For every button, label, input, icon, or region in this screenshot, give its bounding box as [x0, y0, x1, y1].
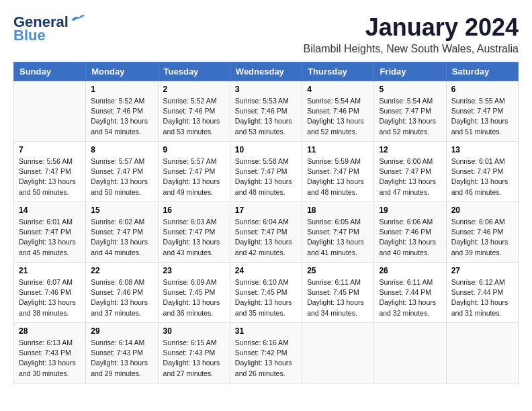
day-number: 31	[235, 326, 297, 336]
header-cell-sunday: Sunday	[14, 62, 86, 81]
header-cell-wednesday: Wednesday	[230, 62, 302, 81]
calendar-cell: 10Sunrise: 5:58 AMSunset: 7:47 PMDayligh…	[230, 142, 302, 202]
header-cell-friday: Friday	[374, 62, 446, 81]
calendar-cell: 22Sunrise: 6:08 AMSunset: 7:46 PMDayligh…	[86, 263, 158, 323]
week-row-2: 7Sunrise: 5:56 AMSunset: 7:47 PMDaylight…	[14, 142, 519, 202]
calendar-cell: 2Sunrise: 5:52 AMSunset: 7:46 PMDaylight…	[158, 81, 230, 142]
calendar-cell: 20Sunrise: 6:06 AMSunset: 7:46 PMDayligh…	[446, 202, 518, 263]
day-number: 20	[451, 205, 513, 215]
day-info: Sunrise: 5:53 AMSunset: 7:46 PMDaylight:…	[235, 96, 297, 137]
day-number: 2	[163, 85, 225, 94]
day-number: 9	[163, 145, 225, 154]
calendar-cell: 23Sunrise: 6:09 AMSunset: 7:45 PMDayligh…	[158, 263, 230, 323]
day-info: Sunrise: 6:08 AMSunset: 7:46 PMDaylight:…	[91, 277, 152, 318]
day-info: Sunrise: 5:59 AMSunset: 7:47 PMDaylight:…	[307, 156, 369, 197]
day-info: Sunrise: 5:57 AMSunset: 7:47 PMDaylight:…	[163, 156, 225, 197]
day-number: 11	[307, 145, 369, 154]
calendar-cell: 17Sunrise: 6:04 AMSunset: 7:47 PMDayligh…	[230, 202, 302, 263]
month-year-title: January 2024	[304, 13, 519, 42]
day-info: Sunrise: 5:52 AMSunset: 7:46 PMDaylight:…	[91, 96, 152, 137]
calendar-cell: 27Sunrise: 6:12 AMSunset: 7:44 PMDayligh…	[446, 263, 518, 323]
day-info: Sunrise: 6:00 AMSunset: 7:47 PMDaylight:…	[379, 156, 441, 197]
header-cell-tuesday: Tuesday	[158, 62, 230, 81]
calendar-cell: 4Sunrise: 5:54 AMSunset: 7:46 PMDaylight…	[302, 81, 374, 142]
day-info: Sunrise: 6:03 AMSunset: 7:47 PMDaylight:…	[163, 217, 225, 258]
title-area: January 2024 Bilambil Heights, New South…	[304, 13, 519, 55]
day-info: Sunrise: 6:11 AMSunset: 7:45 PMDaylight:…	[307, 277, 369, 318]
day-number: 13	[451, 145, 513, 154]
calendar-cell: 30Sunrise: 6:15 AMSunset: 7:43 PMDayligh…	[158, 323, 230, 383]
week-row-3: 14Sunrise: 6:01 AMSunset: 7:47 PMDayligh…	[14, 202, 519, 263]
calendar-cell: 1Sunrise: 5:52 AMSunset: 7:46 PMDaylight…	[86, 81, 158, 142]
header-row: SundayMondayTuesdayWednesdayThursdayFrid…	[14, 62, 519, 81]
day-info: Sunrise: 6:02 AMSunset: 7:47 PMDaylight:…	[91, 217, 152, 258]
day-number: 21	[19, 266, 81, 275]
calendar-cell: 7Sunrise: 5:56 AMSunset: 7:47 PMDaylight…	[14, 142, 86, 202]
day-info: Sunrise: 6:10 AMSunset: 7:45 PMDaylight:…	[235, 277, 297, 318]
calendar-table: SundayMondayTuesdayWednesdayThursdayFrid…	[13, 62, 519, 383]
day-info: Sunrise: 5:57 AMSunset: 7:47 PMDaylight:…	[91, 156, 152, 197]
calendar-cell	[14, 81, 86, 142]
day-number: 22	[91, 266, 152, 275]
day-number: 7	[19, 145, 81, 154]
day-info: Sunrise: 6:05 AMSunset: 7:47 PMDaylight:…	[307, 217, 369, 258]
calendar-cell	[446, 323, 518, 383]
location-subtitle: Bilambil Heights, New South Wales, Austr…	[304, 43, 519, 55]
day-info: Sunrise: 6:06 AMSunset: 7:46 PMDaylight:…	[451, 217, 513, 258]
day-number: 25	[307, 266, 369, 275]
day-info: Sunrise: 5:56 AMSunset: 7:47 PMDaylight:…	[19, 156, 81, 197]
calendar-cell: 5Sunrise: 5:54 AMSunset: 7:47 PMDaylight…	[374, 81, 446, 142]
day-number: 14	[19, 205, 81, 215]
calendar-cell: 3Sunrise: 5:53 AMSunset: 7:46 PMDaylight…	[230, 81, 302, 142]
day-info: Sunrise: 5:54 AMSunset: 7:46 PMDaylight:…	[307, 96, 369, 137]
day-info: Sunrise: 5:58 AMSunset: 7:47 PMDaylight:…	[235, 156, 297, 197]
day-number: 29	[91, 326, 152, 336]
day-number: 28	[19, 326, 81, 336]
logo-bird-icon	[70, 13, 85, 26]
day-info: Sunrise: 6:15 AMSunset: 7:43 PMDaylight:…	[163, 338, 225, 379]
header-cell-monday: Monday	[86, 62, 158, 81]
day-number: 10	[235, 145, 297, 154]
calendar-cell: 11Sunrise: 5:59 AMSunset: 7:47 PMDayligh…	[302, 142, 374, 202]
calendar-cell: 15Sunrise: 6:02 AMSunset: 7:47 PMDayligh…	[86, 202, 158, 263]
day-number: 5	[379, 85, 441, 94]
week-row-4: 21Sunrise: 6:07 AMSunset: 7:46 PMDayligh…	[14, 263, 519, 323]
day-number: 24	[235, 266, 297, 275]
day-number: 26	[379, 266, 441, 275]
day-info: Sunrise: 6:01 AMSunset: 7:47 PMDaylight:…	[451, 156, 513, 197]
day-info: Sunrise: 6:04 AMSunset: 7:47 PMDaylight:…	[235, 217, 297, 258]
day-number: 27	[451, 266, 513, 275]
day-info: Sunrise: 5:55 AMSunset: 7:47 PMDaylight:…	[451, 96, 513, 137]
day-info: Sunrise: 6:16 AMSunset: 7:42 PMDaylight:…	[235, 338, 297, 379]
day-number: 23	[163, 266, 225, 275]
day-number: 3	[235, 85, 297, 94]
week-row-5: 28Sunrise: 6:13 AMSunset: 7:43 PMDayligh…	[14, 323, 519, 383]
calendar-cell	[302, 323, 374, 383]
calendar-cell: 31Sunrise: 6:16 AMSunset: 7:42 PMDayligh…	[230, 323, 302, 383]
calendar-cell: 26Sunrise: 6:11 AMSunset: 7:44 PMDayligh…	[374, 263, 446, 323]
day-info: Sunrise: 6:12 AMSunset: 7:44 PMDaylight:…	[451, 277, 513, 318]
calendar-cell: 13Sunrise: 6:01 AMSunset: 7:47 PMDayligh…	[446, 142, 518, 202]
day-number: 18	[307, 205, 369, 215]
header-cell-saturday: Saturday	[446, 62, 518, 81]
calendar-cell: 6Sunrise: 5:55 AMSunset: 7:47 PMDaylight…	[446, 81, 518, 142]
calendar-cell: 24Sunrise: 6:10 AMSunset: 7:45 PMDayligh…	[230, 263, 302, 323]
header-cell-thursday: Thursday	[302, 62, 374, 81]
day-number: 16	[163, 205, 225, 215]
calendar-cell: 14Sunrise: 6:01 AMSunset: 7:47 PMDayligh…	[14, 202, 86, 263]
logo-blue: Blue	[13, 27, 46, 44]
day-info: Sunrise: 6:01 AMSunset: 7:47 PMDaylight:…	[19, 217, 81, 258]
day-info: Sunrise: 5:52 AMSunset: 7:46 PMDaylight:…	[163, 96, 225, 137]
logo: General Blue	[13, 13, 85, 44]
calendar-cell: 16Sunrise: 6:03 AMSunset: 7:47 PMDayligh…	[158, 202, 230, 263]
day-number: 12	[379, 145, 441, 154]
day-number: 30	[163, 326, 225, 336]
calendar-cell: 9Sunrise: 5:57 AMSunset: 7:47 PMDaylight…	[158, 142, 230, 202]
day-number: 4	[307, 85, 369, 94]
calendar-cell: 12Sunrise: 6:00 AMSunset: 7:47 PMDayligh…	[374, 142, 446, 202]
calendar-cell: 25Sunrise: 6:11 AMSunset: 7:45 PMDayligh…	[302, 263, 374, 323]
day-number: 8	[91, 145, 152, 154]
day-info: Sunrise: 6:07 AMSunset: 7:46 PMDaylight:…	[19, 277, 81, 318]
day-number: 1	[91, 85, 152, 94]
day-number: 6	[451, 85, 513, 94]
